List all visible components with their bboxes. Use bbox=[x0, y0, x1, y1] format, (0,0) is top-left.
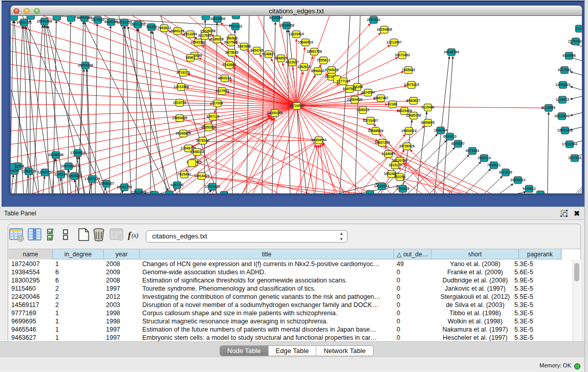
svg-text:9474444: 9474444 bbox=[466, 149, 479, 152]
svg-text:19218506: 19218506 bbox=[279, 24, 294, 27]
svg-text:98961: 98961 bbox=[186, 56, 195, 59]
svg-text:9227343: 9227343 bbox=[558, 68, 571, 72]
svg-text:9242843: 9242843 bbox=[223, 63, 236, 67]
svg-text:9457791: 9457791 bbox=[170, 183, 184, 187]
svg-text:8471626: 8471626 bbox=[499, 170, 512, 174]
svg-text:1733426: 1733426 bbox=[396, 187, 409, 190]
svg-text:15495756: 15495756 bbox=[406, 114, 421, 117]
svg-text:7632621: 7632621 bbox=[487, 163, 500, 167]
svg-text:12975115: 12975115 bbox=[404, 83, 419, 86]
svg-text:15720407: 15720407 bbox=[363, 119, 378, 122]
svg-text:10975887: 10975887 bbox=[61, 164, 76, 168]
svg-text:12505135: 12505135 bbox=[67, 174, 82, 178]
svg-text:117004: 117004 bbox=[212, 101, 223, 105]
svg-text:1527602: 1527602 bbox=[91, 18, 104, 21]
svg-text:10973493: 10973493 bbox=[395, 53, 410, 57]
svg-text:12093822: 12093822 bbox=[555, 83, 571, 86]
svg-text:21364436: 21364436 bbox=[347, 98, 362, 101]
svg-text:8215955: 8215955 bbox=[542, 106, 555, 110]
svg-text:9329966: 9329966 bbox=[562, 54, 576, 57]
svg-text:10688609: 10688609 bbox=[368, 129, 383, 133]
svg-text:1640954: 1640954 bbox=[434, 128, 447, 132]
svg-text:1167533: 1167533 bbox=[568, 156, 581, 160]
svg-text:3675685: 3675685 bbox=[225, 51, 238, 54]
svg-text:12213967: 12213967 bbox=[386, 40, 402, 44]
svg-text:19654985: 19654985 bbox=[172, 116, 187, 120]
svg-text:12942757: 12942757 bbox=[37, 170, 53, 174]
svg-text:3498222: 3498222 bbox=[190, 150, 204, 154]
svg-text:11568129: 11568129 bbox=[21, 169, 36, 173]
svg-text:19166829: 19166829 bbox=[176, 132, 191, 135]
svg-text:9327505: 9327505 bbox=[198, 34, 211, 37]
svg-text:10654112: 10654112 bbox=[510, 178, 526, 182]
svg-text:1610755: 1610755 bbox=[173, 101, 186, 104]
svg-text:8454749: 8454749 bbox=[250, 49, 264, 52]
svg-text:6899695: 6899695 bbox=[421, 121, 434, 124]
svg-text:11325419: 11325419 bbox=[289, 32, 304, 36]
svg-text:6879197: 6879197 bbox=[451, 142, 465, 145]
svg-text:16961758: 16961758 bbox=[307, 50, 322, 53]
svg-text:16154808: 16154808 bbox=[377, 28, 392, 31]
svg-text:9777169: 9777169 bbox=[337, 79, 350, 83]
svg-text:14055721: 14055721 bbox=[16, 20, 32, 24]
svg-text:10653267: 10653267 bbox=[77, 16, 92, 19]
svg-text:2087682: 2087682 bbox=[367, 18, 380, 21]
svg-text:1588520: 1588520 bbox=[274, 56, 288, 60]
svg-text:3624554: 3624554 bbox=[361, 91, 375, 94]
svg-text:8660128: 8660128 bbox=[171, 29, 184, 33]
svg-text:1112: 1112 bbox=[576, 27, 582, 30]
svg-text:10025438: 10025438 bbox=[397, 109, 412, 113]
svg-text:19654923: 19654923 bbox=[401, 129, 417, 133]
svg-text:3678342: 3678342 bbox=[196, 139, 209, 142]
svg-text:(x): (x) bbox=[132, 232, 138, 239]
svg-text:15692391: 15692391 bbox=[557, 128, 573, 132]
svg-text:17957225: 17957225 bbox=[84, 177, 100, 181]
svg-text:20053346: 20053346 bbox=[78, 63, 93, 67]
svg-text:2367608: 2367608 bbox=[237, 45, 251, 48]
svg-text:9427552: 9427552 bbox=[215, 89, 229, 93]
svg-text:8938923: 8938923 bbox=[443, 135, 456, 138]
svg-text:18300295: 18300295 bbox=[267, 111, 282, 115]
svg-text:7386322: 7386322 bbox=[356, 108, 369, 112]
svg-text:8186328: 8186328 bbox=[210, 37, 224, 41]
svg-text:751552: 751552 bbox=[146, 25, 158, 29]
svg-text:8912954: 8912954 bbox=[184, 32, 197, 36]
svg-text:6466160: 6466160 bbox=[104, 20, 118, 24]
svg-text:3267110: 3267110 bbox=[206, 115, 220, 118]
svg-text:1362615: 1362615 bbox=[297, 65, 311, 69]
svg-text:9146821: 9146821 bbox=[262, 52, 275, 56]
svg-text:9327506: 9327506 bbox=[224, 40, 237, 44]
svg-text:15640910: 15640910 bbox=[298, 40, 313, 44]
svg-text:19384554: 19384554 bbox=[311, 138, 326, 142]
svg-text:14136141: 14136141 bbox=[374, 184, 389, 188]
svg-text:16033809: 16033809 bbox=[210, 17, 225, 20]
svg-text:1145194: 1145194 bbox=[54, 172, 68, 176]
svg-text:4322037: 4322037 bbox=[286, 60, 299, 64]
svg-text:2718176: 2718176 bbox=[177, 71, 190, 74]
svg-text:17359928: 17359928 bbox=[70, 151, 85, 155]
svg-text:6794028: 6794028 bbox=[325, 68, 338, 72]
svg-text:16671355: 16671355 bbox=[130, 23, 145, 26]
svg-text:15751024: 15751024 bbox=[568, 39, 582, 43]
svg-text:7485063: 7485063 bbox=[402, 68, 415, 72]
svg-text:7955812: 7955812 bbox=[317, 58, 330, 62]
svg-text:8813054: 8813054 bbox=[269, 16, 282, 19]
svg-text:10958107: 10958107 bbox=[99, 182, 114, 185]
svg-text:18724007: 18724007 bbox=[289, 104, 304, 107]
svg-text:20691406: 20691406 bbox=[37, 19, 52, 23]
svg-text:2935114: 2935114 bbox=[477, 156, 491, 160]
svg-text:6497568: 6497568 bbox=[343, 87, 356, 91]
svg-text:7357224: 7357224 bbox=[229, 25, 242, 28]
svg-text:20206536: 20206536 bbox=[48, 153, 63, 157]
svg-text:16648784: 16648784 bbox=[444, 50, 459, 54]
svg-text:9184067: 9184067 bbox=[382, 152, 395, 156]
svg-text:62160: 62160 bbox=[388, 102, 398, 106]
svg-text:8990443: 8990443 bbox=[311, 69, 324, 73]
svg-text:16782759: 16782759 bbox=[117, 185, 132, 189]
svg-text:12213389: 12213389 bbox=[173, 85, 189, 89]
svg-text:9115460: 9115460 bbox=[421, 105, 434, 109]
svg-text:10807487: 10807487 bbox=[373, 96, 388, 100]
svg-text:1615112: 1615112 bbox=[388, 163, 402, 167]
svg-text:16210643: 16210643 bbox=[554, 114, 570, 118]
svg-text:16543362: 16543362 bbox=[190, 40, 206, 44]
